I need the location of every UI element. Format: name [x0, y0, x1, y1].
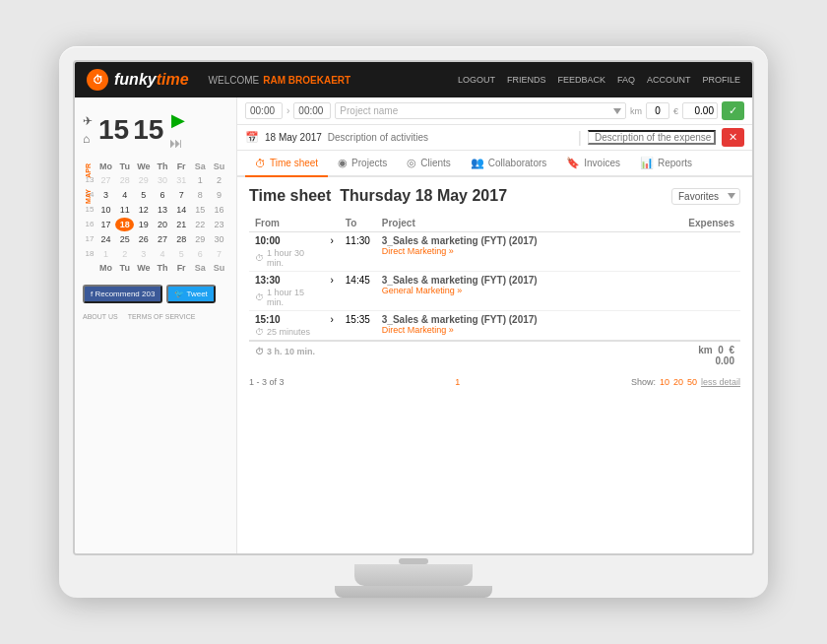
week-num-15: MAY 15 — [83, 203, 96, 217]
cal-day[interactable]: 21 — [172, 218, 191, 231]
monitor-shell: ⏱ funkytime WELCOME RAM BROEKAERT LOGOUT… — [59, 46, 768, 598]
cancel-button[interactable]: ✕ — [722, 128, 744, 147]
logo-icon: ⏱ — [87, 69, 108, 91]
cal-day[interactable]: 1 — [96, 247, 115, 261]
project-sub-3[interactable]: Direct Marketing » — [382, 325, 665, 335]
cal-day[interactable]: 4 — [115, 188, 134, 202]
cal-day[interactable]: 6 — [153, 188, 171, 202]
cal-day[interactable]: 27 — [153, 232, 171, 246]
cal-day[interactable]: 17 — [96, 218, 115, 231]
cal-day[interactable]: 28 — [172, 232, 191, 246]
cal-day[interactable]: 2 — [210, 173, 228, 187]
entry-arrow-3: › — [330, 314, 333, 325]
welcome-label: WELCOME — [209, 75, 260, 86]
less-detail-link[interactable]: less detail — [701, 377, 740, 387]
cal-day[interactable]: 8 — [191, 188, 210, 202]
cal-day[interactable]: 28 — [115, 173, 134, 187]
col-expenses: Expenses — [670, 215, 740, 232]
cal-day[interactable]: 20 — [153, 218, 171, 231]
cal-day[interactable]: 5 — [172, 247, 191, 261]
project-select[interactable]: Project name — [335, 102, 626, 119]
entry-arrow-2: › — [330, 275, 333, 286]
twitter-button[interactable]: 🐦 Tweet — [166, 285, 215, 303]
cal-day-today[interactable]: 18 — [115, 218, 134, 231]
cal-day[interactable]: 1 — [191, 173, 210, 187]
total-expense-col: km 0 € 0.00 — [670, 341, 740, 369]
cal-day[interactable]: 2 — [115, 247, 134, 261]
cal-day[interactable]: 3 — [134, 247, 153, 261]
about-link[interactable]: ABOUT US — [83, 313, 118, 320]
show-50[interactable]: 50 — [687, 377, 697, 387]
timer-icons: ✈ ⌂ — [83, 114, 93, 146]
projects-tab-icon: ◉ — [338, 157, 348, 169]
cal-day[interactable]: 11 — [115, 203, 134, 217]
expense-input[interactable] — [588, 130, 716, 145]
cal-day[interactable]: 31 — [172, 173, 191, 187]
cal-day[interactable]: 15 — [191, 203, 210, 217]
duration-1: ⏱ 1 hour 30 min. — [255, 248, 318, 268]
tab-projects[interactable]: ◉ Projects — [328, 151, 397, 177]
cal-day[interactable]: 13 — [153, 203, 171, 217]
cal-day[interactable]: 12 — [134, 203, 153, 217]
km-input[interactable] — [646, 102, 669, 119]
monitor-base — [335, 586, 492, 598]
facebook-button[interactable]: f Recommend 203 — [83, 285, 162, 303]
show-20[interactable]: 20 — [673, 377, 683, 387]
tab-invoices[interactable]: 🔖 Invoices — [556, 151, 630, 177]
tab-clients[interactable]: ◎ Clients — [397, 151, 461, 177]
tab-reports[interactable]: 📊 Reports — [630, 151, 702, 177]
cal-day[interactable]: 3 — [96, 188, 115, 202]
confirm-button[interactable]: ✓ — [722, 101, 744, 120]
nav-account[interactable]: ACCOUNT — [647, 75, 691, 85]
cal-day[interactable]: 25 — [115, 232, 134, 246]
cal-day[interactable]: 10 — [96, 203, 115, 217]
cal-day[interactable]: 24 — [96, 232, 115, 246]
page-1[interactable]: 1 — [455, 377, 460, 387]
cal-day[interactable]: 26 — [134, 232, 153, 246]
cal-day[interactable]: 30 — [210, 232, 228, 246]
nav-friends[interactable]: FRIENDS — [507, 75, 546, 85]
tab-collaborators[interactable]: 👥 Collaborators — [461, 151, 556, 177]
monitor-screen: ⏱ funkytime WELCOME RAM BROEKAERT LOGOUT… — [73, 60, 754, 555]
timer-skip-button[interactable]: ⏭ — [169, 135, 185, 151]
cal-day[interactable]: 19 — [134, 218, 153, 231]
tab-timesheet[interactable]: ⏱ Time sheet — [245, 152, 328, 177]
cal-day[interactable]: 5 — [134, 188, 153, 202]
cal-day[interactable]: 9 — [210, 188, 228, 202]
cal-day[interactable]: 7 — [210, 247, 228, 261]
cal-day[interactable]: 27 — [96, 173, 115, 187]
project-sub-2[interactable]: General Marketing » — [382, 286, 665, 295]
timer-play-button[interactable]: ▶ — [171, 109, 185, 131]
cal-day[interactable]: 14 — [172, 203, 191, 217]
cal-day[interactable]: 30 — [153, 173, 171, 187]
to-col-3: 15:35 — [340, 311, 376, 342]
clients-tab-icon: ◎ — [407, 157, 416, 169]
show-10[interactable]: 10 — [660, 377, 669, 387]
cal-day[interactable]: 4 — [153, 247, 171, 261]
favorites-select[interactable]: Favorites — [671, 188, 740, 205]
nav-feedback[interactable]: FEEDBACK — [557, 75, 605, 85]
cal-day[interactable]: 29 — [191, 232, 210, 246]
description-input[interactable] — [328, 132, 572, 143]
nav-profile[interactable]: PROFILE — [702, 75, 740, 85]
cal-day[interactable]: 22 — [191, 218, 210, 231]
time-from-input[interactable] — [245, 102, 283, 119]
week-num-18: 18 — [83, 247, 96, 261]
ts-title: Time sheet Thursday 18 May 2017 — [249, 187, 507, 205]
time-to-input[interactable] — [293, 102, 331, 119]
cal-day[interactable]: 23 — [210, 218, 228, 231]
cal-footer-sa: Sa — [191, 262, 210, 274]
logo-area: ⏱ funkytime — [87, 69, 189, 91]
nav-faq[interactable]: FAQ — [617, 75, 635, 85]
entry-time-col: 13:30 ⏱ 1 hour 15 min. — [249, 272, 324, 311]
cal-day[interactable]: 7 — [172, 188, 191, 202]
euro-input[interactable] — [682, 102, 718, 119]
project-col-1: 3_Sales & marketing (FYT) (2017) Direct … — [376, 232, 670, 272]
cal-day[interactable]: 16 — [210, 203, 228, 217]
nav-logout[interactable]: LOGOUT — [458, 75, 495, 85]
terms-link[interactable]: TERMS OF SERVICE — [128, 313, 196, 320]
project-sub-1[interactable]: Direct Marketing » — [382, 246, 665, 256]
main-content: ✈ ⌂ 15 15 ▶ ⏭ — [75, 97, 752, 553]
cal-day[interactable]: 6 — [191, 247, 210, 261]
cal-day[interactable]: 29 — [134, 173, 153, 187]
